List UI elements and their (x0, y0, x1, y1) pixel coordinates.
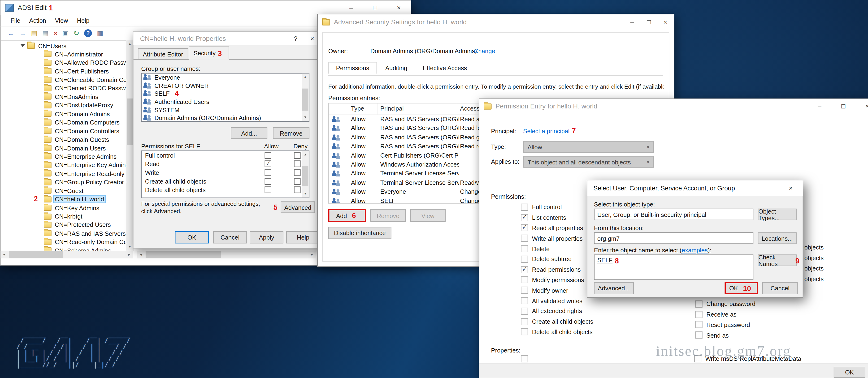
tab[interactable]: Attribute Editor (138, 48, 188, 59)
collapse-icon[interactable] (21, 44, 25, 47)
group-list-scrollbar[interactable]: ▲ ▼ (302, 73, 309, 121)
tree-item[interactable]: CN=Denied RODC Password R (0, 84, 133, 92)
permission-checkbox[interactable] (695, 311, 702, 318)
console-tree-icon[interactable]: ▤ (31, 29, 37, 37)
list-view-icon[interactable]: ▥ (97, 29, 103, 37)
tree-item[interactable]: 2 CN=hello H. world (0, 195, 133, 203)
scroll-left-icon[interactable]: ◄ (0, 251, 7, 258)
deny-checkbox[interactable] (294, 161, 301, 167)
tree-horizontal-scrollbar[interactable]: ◄ ► (0, 251, 133, 258)
delete-icon[interactable]: × (54, 29, 57, 37)
apply-button[interactable]: Apply (250, 231, 283, 244)
help-icon[interactable]: ? (287, 32, 304, 45)
advanced-button[interactable]: Advanced... (594, 282, 634, 294)
ok-button[interactable]: OK 10 (724, 282, 758, 294)
object-name-input[interactable]: SELF 8 (594, 254, 753, 280)
ok-button[interactable]: OK (834, 367, 865, 378)
tree-item[interactable]: CN=DnsAdmins (0, 93, 133, 101)
tree-item[interactable]: CN=Enterprise Admins (0, 152, 133, 161)
column-access[interactable]: Access (460, 105, 479, 112)
tree-item[interactable]: CN=DnsUpdateProxy (0, 101, 133, 109)
scroll-right-icon[interactable]: ► (308, 251, 315, 258)
tree-item[interactable]: CN=Domain Controllers (0, 127, 133, 135)
permission-row[interactable]: Create all child objects (142, 177, 309, 186)
minimize-icon[interactable]: – (808, 99, 832, 114)
tree-item[interactable]: CN=RAS and IAS Servers (0, 229, 133, 238)
permissions-scrollbar[interactable]: ▲ ▼ (302, 151, 309, 197)
remove-button[interactable]: Remove (370, 209, 406, 222)
group-row[interactable]: Everyone (142, 73, 309, 82)
deny-checkbox[interactable] (294, 169, 301, 176)
advanced-security-titlebar[interactable]: Advanced Security Settings for hello H. … (318, 14, 674, 30)
group-row[interactable]: SYSTEM (142, 106, 309, 114)
check-names-button[interactable]: Check Names 9 (758, 254, 797, 266)
permission-checkbox-row[interactable]: Modify owner (521, 285, 593, 295)
property-checkbox-row[interactable]: Write msDS-ReplAttributeMetaData (694, 353, 801, 364)
properties-titlebar[interactable]: CN=hello H. world Properties ? × (133, 32, 320, 45)
permission-checkbox[interactable] (521, 276, 528, 284)
scroll-down-icon[interactable]: ▼ (302, 190, 309, 197)
cancel-button[interactable]: Cancel (762, 282, 798, 294)
tree-item[interactable]: CN=Domain Admins (0, 109, 133, 118)
permission-checkbox[interactable] (521, 235, 528, 242)
deny-checkbox[interactable] (294, 178, 301, 185)
tree-node-cn-users[interactable]: CN=Users (0, 41, 133, 50)
group-row[interactable]: Domain Admins (ORG\Domain Admins) (142, 114, 309, 122)
property-checkbox[interactable] (521, 355, 528, 362)
add-button[interactable]: Add 6 (328, 209, 366, 222)
permission-checkbox[interactable] (521, 224, 528, 231)
object-type-field[interactable]: User, Group, or Built-in security princi… (594, 209, 753, 220)
maximize-icon[interactable]: □ (641, 14, 657, 30)
permission-checkbox[interactable] (521, 245, 528, 252)
permission-checkbox[interactable] (521, 203, 528, 211)
permission-checkbox-row[interactable]: All validated writes (521, 295, 593, 306)
scroll-up-icon[interactable]: ▲ (126, 40, 133, 48)
forward-icon[interactable]: → (20, 29, 26, 37)
close-icon[interactable]: × (779, 180, 803, 196)
permission-checkbox[interactable] (521, 266, 528, 273)
tree-item[interactable]: CN=Cert Publishers (0, 67, 133, 75)
allow-checkbox[interactable] (265, 152, 271, 159)
view-button[interactable]: View (410, 209, 445, 222)
location-field[interactable]: org.gm7 (594, 232, 753, 244)
scrollbar-track[interactable] (302, 81, 309, 114)
column-type[interactable]: Type (351, 105, 364, 112)
tree-item[interactable]: CN=Read-only Domain Contr (0, 238, 133, 246)
permission-checkbox-row[interactable]: Receive as (695, 309, 755, 320)
permission-checkbox[interactable] (695, 321, 702, 328)
disable-inheritance-button[interactable]: Disable inheritance (328, 227, 392, 239)
maximize-icon[interactable]: □ (363, 0, 387, 15)
tree-vertical-scrollbar[interactable]: ▲ ▼ (126, 40, 133, 251)
close-icon[interactable]: × (657, 14, 674, 30)
scrollbar-track[interactable] (145, 251, 308, 258)
tree-item[interactable]: CN=krbtgt (0, 212, 133, 221)
permission-checkbox-row[interactable]: Create all child objects (521, 316, 593, 327)
tree-item[interactable]: CN=Domain Guests (0, 135, 133, 144)
permission-checkbox[interactable] (695, 300, 702, 307)
scroll-down-icon[interactable]: ▼ (302, 114, 309, 121)
help-icon[interactable]: ? (84, 29, 92, 37)
menu-item[interactable]: Action (25, 17, 51, 24)
object-types-button[interactable]: Object Types... (758, 209, 797, 220)
adsi-titlebar[interactable]: ADSI Edit 1 – □ × (0, 0, 411, 15)
permission-checkbox[interactable] (521, 287, 528, 294)
permission-row[interactable]: Full control (142, 151, 309, 160)
permission-checkbox[interactable] (521, 318, 528, 325)
scrollbar-thumb[interactable] (302, 89, 308, 111)
permission-checkbox-row[interactable]: Full control (521, 202, 593, 212)
permission-checkbox[interactable] (521, 328, 528, 336)
minimize-icon[interactable]: – (624, 14, 640, 30)
minimize-icon[interactable]: – (339, 0, 363, 15)
add-button[interactable]: Add... (231, 127, 268, 139)
permission-checkbox-row[interactable]: Change password (695, 299, 755, 309)
scrollbar-thumb[interactable] (302, 166, 308, 186)
tree-item[interactable]: CN=Protected Users (0, 221, 133, 229)
permission-checkbox-row[interactable]: Delete all child objects (521, 327, 593, 337)
scrollbar-thumb[interactable] (127, 98, 133, 145)
allow-checkbox[interactable] (265, 169, 271, 176)
type-dropdown[interactable]: Allow (523, 141, 654, 153)
permission-row[interactable]: Delete all child objects (142, 185, 309, 194)
permission-checkbox-row[interactable]: Modify permissions (521, 275, 593, 285)
change-owner-link[interactable]: Change (474, 48, 495, 54)
tree-item[interactable]: CN=Guest (0, 186, 133, 195)
